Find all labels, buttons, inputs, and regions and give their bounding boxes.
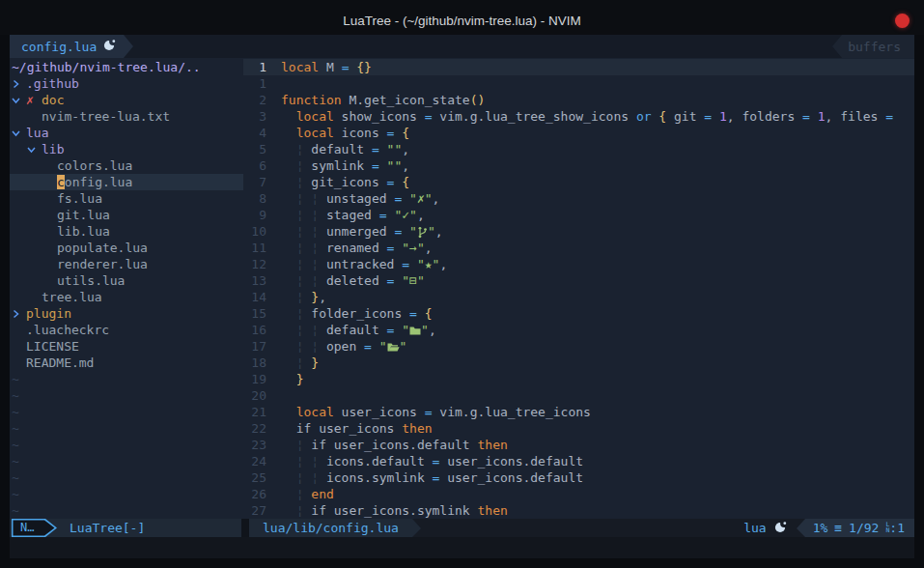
code-line-text: ¦ ¦ icons.default = user_icons.default [281,453,583,469]
tree-item-label: populate.lua [57,240,148,256]
tabline: config.lua buffers [10,35,914,58]
tilde-char: ~ [10,420,19,437]
line-number: 8 [243,190,266,207]
tree-row[interactable]: plugin [10,305,243,322]
code-line[interactable]: 21 local user_icons = vim.g.lua_tree_ico… [243,404,914,420]
code-line[interactable]: 27 ¦ if user_icons.symlink then [243,502,914,519]
buffers-tab[interactable]: buffers [842,35,914,58]
git-branch-icon [417,224,428,240]
code-line-text: ¦ ¦ deleted = "⊟" [281,272,425,289]
tree-item-label: README.md [26,355,94,371]
tree-row[interactable]: ✗doc [10,92,243,108]
tree-row[interactable]: lua [10,125,243,141]
code-line[interactable]: 1local M = {} [243,59,914,75]
code-line-text: function M.get_icon_state() [281,92,485,108]
statusline: N… LuaTree[-] lua/lib/config.lua lua 1% [10,519,914,537]
code-line-text: local user_icons = vim.g.lua_tree_icons [281,404,591,420]
tree-item-label: .luacheckrc [26,322,109,338]
code-line[interactable]: 23 ¦ if user_icons.default then [243,437,914,453]
code-line-text: ¦ ¦ renamed = "→", [281,240,433,256]
code-line[interactable]: 10 ¦ ¦ unmerged = "", [243,223,914,240]
tree-row[interactable]: ~/github/nvim-tree.lua/.. [10,59,243,75]
code-line-text: ¦ ¦ icons.symlink = user_icons.default [281,469,583,486]
command-line[interactable] [10,537,914,558]
statusline-gap [241,519,249,537]
statusline-left: N… LuaTree[-] [10,519,241,537]
tree-row[interactable]: fs.lua [10,190,243,207]
code-line-text: ¦ end [281,486,334,502]
close-button[interactable] [895,14,910,28]
tree-row[interactable]: nvim-tree-lua.txt [10,108,243,125]
code-line[interactable]: 7 ¦ git_icons = { [243,174,914,190]
code-line-text: ¦ ¦ unmerged = "", [281,223,443,240]
tree-item-label: git.lua [57,207,110,223]
tree-row[interactable]: colors.lua [10,157,243,174]
code-line[interactable]: 1 [243,75,914,92]
tree-row[interactable]: lib [10,141,243,157]
tilde-char: ~ [10,502,19,519]
tree-row[interactable]: tree.lua [10,289,243,305]
tilde-char: ~ [10,437,19,453]
terminal-content: config.lua buffers ~/github/nvim-tree.lu… [10,35,914,558]
tree-row[interactable]: lib.lua [10,223,243,240]
code-line[interactable]: 4 local icons = { [243,125,914,141]
empty-line: ~ [10,371,243,387]
line-number: 1 [243,75,266,92]
tree-row[interactable]: LICENSE [10,338,243,355]
tree-item-label: tree.lua [42,289,102,305]
code-line[interactable]: 17 ¦ ¦ open = "" [243,338,914,355]
code-line[interactable]: 3 local show_icons = vim.g.lua_tree_show… [243,108,914,125]
tree-item-label: config.lua [57,174,132,190]
statusline-lnum: :1 [889,521,905,535]
statusline-app-name: LuaTree[-] [70,521,145,535]
code-line[interactable]: 24 ¦ ¦ icons.default = user_icons.defaul… [243,453,914,469]
empty-line: ~ [10,453,243,469]
git-unstaged-icon: ✗ [26,92,42,108]
tree-row[interactable]: populate.lua [10,240,243,256]
code-line[interactable]: 12 ¦ ¦ untracked = "★", [243,256,914,272]
tree-row[interactable]: README.md [10,355,243,371]
code-line[interactable]: 15 ¦ folder_icons = { [243,305,914,322]
tilde-char: ~ [10,486,19,502]
code-line[interactable]: 19 } [243,371,914,387]
code-line[interactable]: 2function M.get_icon_state() [243,92,914,108]
code-line-text: ¦ if user_icons.symlink then [281,502,508,519]
code-line-text: ¦ folder_icons = { [281,305,433,322]
code-line[interactable]: 9 ¦ ¦ staged = "✓", [243,207,914,223]
code-line[interactable]: 11 ¦ ¦ renamed = "→", [243,240,914,256]
empty-line: ~ [10,404,243,420]
code-line-text: local icons = { [281,125,409,141]
code-line[interactable]: 22 if user_icons then [243,420,914,437]
tree-item-label: .github [26,75,79,92]
line-number: 4 [243,125,266,141]
line-number: 15 [243,305,266,322]
line-number: 12 [243,256,266,272]
code-line[interactable]: 26 ¦ end [243,486,914,502]
code-line[interactable]: 5 ¦ default = "", [243,141,914,157]
code-line-text: ¦ }, [281,289,326,305]
code-line[interactable]: 6 ¦ symlink = "", [243,157,914,174]
tree-row[interactable]: .github [10,75,243,92]
code-line[interactable]: 8 ¦ ¦ unstaged = "✗", [243,190,914,207]
code-line[interactable]: 20 [243,387,914,404]
tab-config-lua[interactable]: config.lua [10,35,124,58]
tree-row[interactable]: .luacheckrc [10,322,243,338]
code-line[interactable]: 13 ¦ ¦ deleted = "⊟" [243,272,914,289]
tree-row[interactable]: git.lua [10,207,243,223]
code-line[interactable]: 25 ¦ ¦ icons.symlink = user_icons.defaul… [243,469,914,486]
tilde-char: ~ [10,371,19,387]
tree-item-label: LICENSE [26,338,79,355]
tree-row[interactable]: config.lua [10,174,243,190]
line-number: 9 [243,207,266,223]
line-number: 22 [243,420,266,437]
code-line-text: local show_icons = vim.g.lua_tree_show_i… [281,108,893,125]
statusline-filetype: lua [743,521,766,535]
code-line[interactable]: 16 ¦ ¦ default = "", [243,322,914,338]
tree-item-label: ~/github/nvim-tree.lua/.. [12,59,201,75]
code-line[interactable]: 14 ¦ }, [243,289,914,305]
tree-row[interactable]: utils.lua [10,272,243,289]
code-line[interactable]: 18 ¦ } [243,355,914,371]
tree-item-label: lib [42,141,64,157]
tree-row[interactable]: renderer.lua [10,256,243,272]
tilde-char: ~ [10,404,19,420]
